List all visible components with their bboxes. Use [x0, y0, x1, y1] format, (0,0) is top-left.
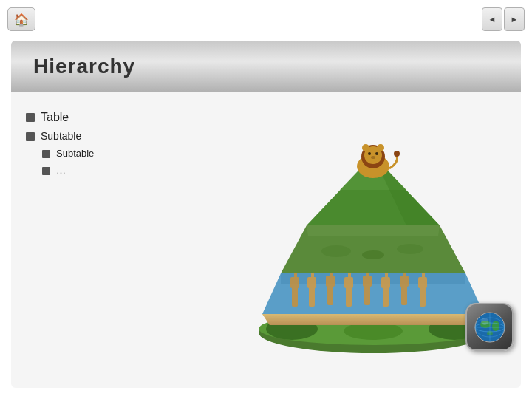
svg-point-51 — [492, 321, 499, 331]
bullet-icon — [42, 167, 50, 175]
item-label: Table — [41, 111, 69, 124]
right-image — [233, 107, 521, 358]
svg-point-44 — [377, 144, 384, 151]
svg-point-43 — [362, 144, 369, 151]
svg-point-46 — [375, 152, 378, 155]
svg-point-38 — [397, 244, 423, 254]
svg-point-47 — [371, 156, 375, 159]
list-item: Subtable — [26, 130, 233, 142]
forward-icon: ► — [511, 15, 519, 24]
nav-arrows: ◄ ► — [482, 7, 525, 31]
svg-point-45 — [368, 152, 371, 155]
pyramid-illustration — [248, 96, 499, 355]
bullet-icon — [26, 113, 35, 122]
list-item: Table — [26, 111, 233, 124]
svg-point-39 — [362, 250, 384, 259]
list-sub-item: Subtable — [42, 148, 233, 159]
home-icon: 🏠 — [14, 13, 29, 27]
bullet-icon — [26, 132, 35, 141]
home-button[interactable]: 🏠 — [7, 7, 35, 31]
svg-point-37 — [321, 245, 351, 257]
list-sub-item: … — [42, 165, 233, 176]
item-label: Subtable — [56, 148, 94, 159]
bullet-icon — [42, 150, 50, 158]
svg-point-57 — [481, 318, 488, 325]
top-nav: 🏠 ◄ ► — [7, 7, 525, 31]
forward-button[interactable]: ► — [504, 7, 525, 31]
hierarchy-list: Table Subtable Subtable … — [26, 107, 233, 358]
item-label: … — [56, 165, 66, 176]
back-button[interactable]: ◄ — [482, 7, 502, 31]
back-icon: ◄ — [488, 15, 497, 24]
header-band: Hierarchy — [11, 41, 521, 92]
item-label: Subtable — [41, 130, 81, 142]
content-body: Table Subtable Subtable … — [11, 92, 521, 358]
main-area: Hierarchy Table Subtable Subtable … — [11, 41, 521, 388]
svg-point-48 — [394, 151, 400, 157]
globe-badge[interactable] — [466, 303, 514, 351]
page-title: Hierarchy — [33, 55, 135, 78]
